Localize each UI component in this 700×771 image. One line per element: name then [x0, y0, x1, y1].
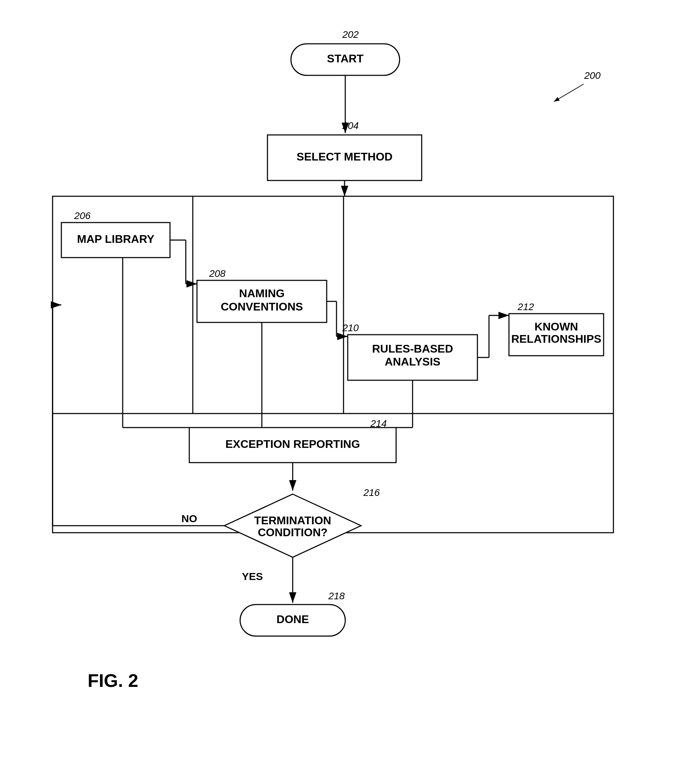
ref-200: 200: [584, 70, 601, 81]
ref-212: 212: [518, 301, 534, 312]
exception-reporting-label: EXCEPTION REPORTING: [225, 438, 360, 451]
ref-216: 216: [363, 487, 380, 498]
map-library-label: MAP LIBRARY: [77, 233, 154, 245]
start-label: START: [327, 52, 364, 65]
ref-218: 218: [328, 590, 345, 601]
flowchart-diagram: 202 START 204 SELECT METHOD 206 MAP LIBR…: [0, 0, 700, 771]
termination-line1: TERMINATION: [254, 514, 331, 527]
ref-208: 208: [209, 268, 226, 279]
no-label: NO: [182, 513, 197, 524]
rules-based-line2: ANALYSIS: [385, 355, 441, 368]
select-method-label: SELECT METHOD: [296, 150, 392, 163]
done-label: DONE: [277, 613, 309, 626]
ref-210: 210: [342, 322, 359, 333]
svg-line-39: [554, 84, 584, 102]
known-relationships-line1: KNOWN: [534, 320, 578, 333]
naming-conventions-line2: CONVENTIONS: [221, 300, 303, 313]
naming-conventions-line1: NAMING: [239, 287, 285, 299]
termination-line2: CONDITION?: [258, 526, 327, 538]
fig-label: FIG. 2: [88, 670, 138, 691]
ref-206: 206: [74, 210, 91, 221]
rules-based-line1: RULES-BASED: [372, 342, 453, 355]
yes-label: YES: [242, 571, 263, 582]
ref-204: 204: [342, 120, 359, 131]
ref-202: 202: [342, 29, 359, 40]
known-relationships-line2: RELATIONSHIPS: [511, 333, 601, 345]
